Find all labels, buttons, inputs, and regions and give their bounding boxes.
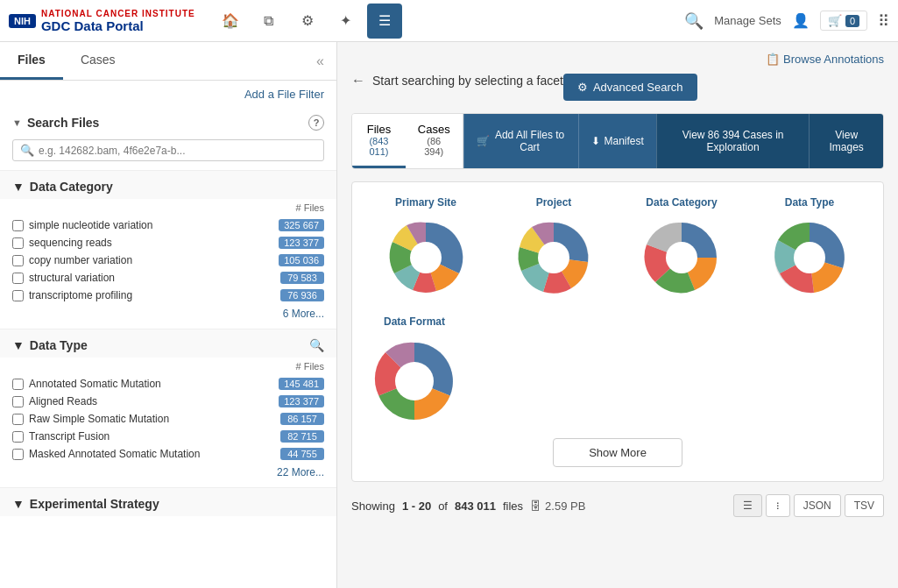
- facet-count-cnv: 105 036: [279, 254, 324, 266]
- repository-icon-btn[interactable]: ☰: [367, 4, 402, 39]
- data-category-items: # Files simple nucleotide variation 325 …: [0, 199, 336, 329]
- of-label: of: [438, 499, 448, 513]
- experimental-strategy-chevron: ▼: [12, 497, 25, 511]
- checkbox-ar[interactable]: [12, 396, 24, 407]
- checkbox-seq[interactable]: [12, 237, 24, 249]
- cart-btn[interactable]: 🛒 0: [820, 11, 867, 31]
- checkbox-masm[interactable]: [12, 449, 24, 460]
- tab-files[interactable]: Files: [0, 42, 63, 80]
- search-files-title: ▼ Search Files ?: [0, 108, 336, 134]
- main-layout: Files Cases « Add a File Filter ▼ Search…: [0, 42, 898, 588]
- facet-row-tp: transcriptome profiling 76 936: [12, 287, 324, 304]
- facet-label-cnv: copy number variation: [29, 254, 273, 266]
- data-category-more-link[interactable]: 6 More...: [283, 308, 324, 320]
- files-tab-count: (843 011): [364, 136, 393, 157]
- column-view-btn[interactable]: ⫶: [766, 494, 790, 517]
- view-images-label: View Images: [822, 129, 871, 153]
- facet-count-sv: 79 583: [280, 272, 324, 284]
- view-images-btn[interactable]: View Images: [809, 114, 883, 168]
- facet-label-asm: Annotated Somatic Mutation: [29, 378, 273, 390]
- svg-point-7: [794, 242, 825, 273]
- data-category-title[interactable]: ▼ Data Category: [0, 171, 336, 199]
- home-icon-btn[interactable]: 🏠: [213, 4, 248, 39]
- data-type-chart: Data Type: [766, 196, 853, 301]
- facet-count-asm: 145 481: [279, 378, 324, 390]
- facet-count-rssm: 86 157: [280, 413, 324, 425]
- logo-text: NATIONAL CANCER INSTITUTE GDC Data Porta…: [41, 9, 195, 33]
- files-tab-label: Files: [364, 123, 393, 136]
- browse-annotations-area: 📋 Browse Annotations: [351, 53, 884, 66]
- add-filter-area: Add a File Filter: [0, 81, 336, 108]
- cases-tab-count: (86 394): [418, 136, 450, 157]
- data-category-label: Data Category: [30, 180, 113, 194]
- charts-row-1: Primary Site Project: [366, 196, 869, 301]
- experimental-strategy-label: Experimental Strategy: [30, 497, 159, 511]
- browse-annotations-link[interactable]: 📋 Browse Annotations: [766, 53, 884, 66]
- list-view-btn[interactable]: ☰: [733, 494, 762, 517]
- checkbox-rssm[interactable]: [12, 414, 24, 425]
- facet-count-masm: 44 755: [280, 448, 324, 460]
- checkbox-asm[interactable]: [12, 379, 24, 390]
- checkbox-tf[interactable]: [12, 431, 24, 443]
- collapse-sidebar-btn[interactable]: «: [304, 42, 336, 80]
- cart-count: 0: [845, 15, 859, 27]
- data-category-chart-title: Data Category: [646, 196, 717, 209]
- facet-count-ar: 123 377: [279, 395, 324, 407]
- data-format-pie: [366, 333, 463, 429]
- project-chart: Project: [510, 196, 597, 301]
- manage-sets-btn[interactable]: Manage Sets: [714, 14, 781, 27]
- checkbox-snv[interactable]: [12, 220, 24, 231]
- sidebar: Files Cases « Add a File Filter ▼ Search…: [0, 42, 337, 588]
- help-icon[interactable]: ?: [308, 115, 324, 131]
- add-all-files-label: Add All Files to Cart: [494, 129, 566, 153]
- checkbox-sv[interactable]: [12, 273, 24, 284]
- data-type-more-link[interactable]: 22 More...: [277, 466, 324, 478]
- add-all-files-btn[interactable]: 🛒 Add All Files to Cart: [463, 114, 578, 168]
- json-btn[interactable]: JSON: [794, 494, 841, 517]
- facet-row-seq: sequencing reads 123 377: [12, 234, 324, 251]
- advanced-search-btn[interactable]: ⚙ Advanced Search: [563, 74, 697, 101]
- hint-row: ← Start searching by selecting a facet ⚙…: [351, 73, 884, 101]
- data-format-title: Data Format: [384, 315, 445, 328]
- logo-bottom: GDC Data Portal: [41, 18, 195, 33]
- data-type-section: ▼ Data Type 🔍 # Files Annotated Somatic …: [0, 329, 336, 487]
- facet-label-tf: Transcript Fusion: [29, 430, 275, 443]
- manifest-btn[interactable]: ⬇ Manifest: [578, 114, 656, 168]
- add-file-filter-link[interactable]: Add a File Filter: [244, 88, 324, 101]
- facet-row-cnv: copy number variation 105 036: [12, 251, 324, 269]
- svg-point-3: [538, 242, 569, 273]
- copy-icon-btn[interactable]: ⧉: [251, 4, 286, 39]
- project-pie: [510, 214, 597, 301]
- main-content: 📋 Browse Annotations ← Start searching b…: [337, 42, 898, 588]
- tab-cases[interactable]: Cases: [63, 42, 133, 80]
- data-type-chevron: ▼: [12, 338, 25, 352]
- facet-row-rssm: Raw Simple Somatic Mutation 86 157: [12, 410, 324, 428]
- facet-label-seq: sequencing reads: [29, 237, 273, 249]
- checkbox-tp[interactable]: [12, 290, 24, 301]
- hint-text: Start searching by selecting a facet: [372, 74, 563, 88]
- tsv-btn[interactable]: TSV: [845, 494, 884, 517]
- search-input[interactable]: [39, 145, 316, 157]
- experimental-strategy-title[interactable]: ▼ Experimental Strategy: [0, 488, 336, 516]
- checkbox-cnv[interactable]: [12, 255, 24, 266]
- files-tab[interactable]: Files (843 011): [352, 114, 406, 168]
- experimental-strategy-section: ▼ Experimental Strategy: [0, 487, 336, 516]
- data-type-title[interactable]: ▼ Data Type 🔍: [0, 329, 336, 358]
- show-more-btn[interactable]: Show More: [553, 438, 682, 467]
- data-type-search-icon[interactable]: 🔍: [309, 338, 324, 352]
- activity-icon-btn[interactable]: ✦: [329, 4, 364, 39]
- search-icon-btn[interactable]: 🔍: [684, 11, 704, 31]
- facet-label-rssm: Raw Simple Somatic Mutation: [29, 413, 275, 425]
- search-hint: ← Start searching by selecting a facet: [351, 73, 563, 89]
- facet-count-seq: 123 377: [279, 237, 324, 249]
- view-cases-btn[interactable]: View 86 394 Cases in Exploration: [656, 114, 810, 168]
- apps-icon-btn[interactable]: ⚙: [290, 4, 325, 39]
- facet-label-sv: structural variation: [29, 272, 275, 284]
- search-input-wrap: 🔍: [12, 139, 324, 161]
- svg-point-9: [395, 362, 434, 400]
- search-files-chevron: ▼: [12, 117, 22, 128]
- cases-tab[interactable]: Cases (86 394): [406, 114, 463, 168]
- login-icon-btn[interactable]: 👤: [792, 12, 810, 29]
- facet-row-snv: simple nucleotide variation 325 667: [12, 216, 324, 234]
- grid-icon-btn[interactable]: ⠿: [878, 11, 889, 31]
